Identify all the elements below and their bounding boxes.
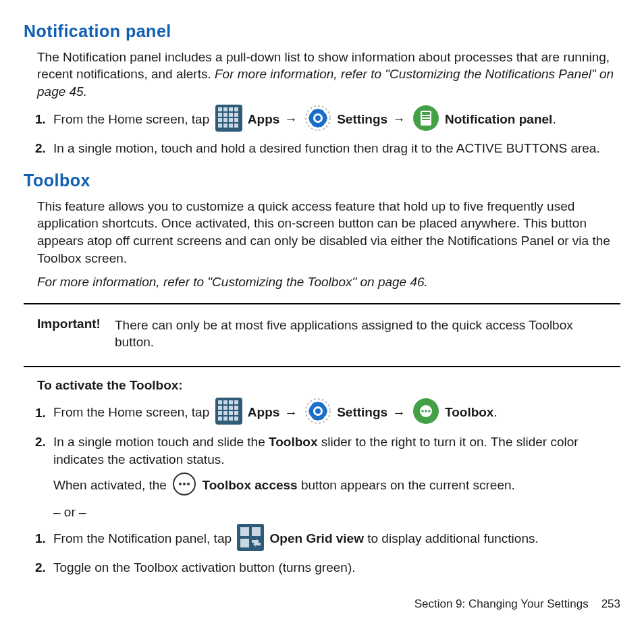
divider bbox=[24, 303, 620, 304]
settings-gear-icon bbox=[304, 398, 331, 429]
footer-section: Section 9: Changing Your Settings bbox=[414, 597, 589, 610]
svg-rect-32 bbox=[229, 406, 233, 410]
svg-rect-30 bbox=[218, 406, 222, 410]
svg-rect-15 bbox=[229, 124, 233, 128]
apps-label: Apps bbox=[248, 406, 280, 420]
toolbox-intro: This feature allows you to customize a q… bbox=[37, 198, 620, 267]
svg-rect-37 bbox=[234, 411, 238, 415]
svg-rect-41 bbox=[234, 417, 238, 421]
svg-rect-29 bbox=[234, 400, 238, 404]
arrow-icon: → bbox=[392, 112, 405, 126]
svg-rect-7 bbox=[229, 113, 233, 117]
svg-point-47 bbox=[421, 410, 424, 413]
svg-point-52 bbox=[183, 483, 186, 485]
toolbox-step-1: From the Home screen, tap Apps → bbox=[49, 398, 620, 429]
step-text: In a single motion touch and slide the bbox=[53, 435, 269, 449]
svg-rect-56 bbox=[252, 527, 261, 536]
svg-point-19 bbox=[315, 115, 321, 121]
settings-label: Settings bbox=[337, 112, 387, 126]
svg-point-53 bbox=[187, 483, 190, 485]
toolbox-intro-ref: For more information, refer to "Customiz… bbox=[37, 273, 620, 291]
step-text: From the Home screen, tap bbox=[53, 406, 213, 420]
divider bbox=[24, 366, 620, 367]
svg-rect-55 bbox=[240, 527, 249, 536]
svg-rect-10 bbox=[223, 118, 227, 122]
svg-rect-8 bbox=[234, 113, 238, 117]
toolbox-alt-step-1: From the Notification panel, tap Open Gr… bbox=[49, 524, 620, 556]
svg-rect-2 bbox=[223, 107, 227, 111]
arrow-icon: → bbox=[285, 112, 298, 126]
svg-rect-34 bbox=[218, 411, 222, 415]
toolbox-alt-step-2: Toggle on the Toolbox activation button … bbox=[49, 559, 620, 576]
svg-rect-1 bbox=[218, 107, 222, 111]
svg-rect-16 bbox=[234, 124, 238, 128]
notif-panel-label-b: panel bbox=[519, 112, 553, 126]
toolbox-step-2: In a single motion touch and slide the T… bbox=[49, 433, 620, 521]
footer-page: 253 bbox=[601, 597, 620, 610]
svg-point-44 bbox=[315, 408, 321, 414]
svg-rect-36 bbox=[229, 411, 233, 415]
svg-rect-14 bbox=[223, 124, 227, 128]
or-separator: – or – bbox=[53, 504, 620, 521]
svg-rect-13 bbox=[218, 124, 222, 128]
toolbox-label: Toolbox bbox=[445, 406, 493, 420]
activated-text: When activated, the bbox=[53, 479, 170, 493]
page-footer: Section 9: Changing Your Settings 253 bbox=[24, 597, 620, 612]
open-grid-view-icon bbox=[237, 524, 264, 556]
svg-point-51 bbox=[179, 483, 182, 485]
svg-rect-22 bbox=[422, 112, 430, 115]
notif-step-1: From the Home screen, tap Apps → bbox=[49, 105, 620, 136]
svg-rect-33 bbox=[234, 406, 238, 410]
svg-rect-3 bbox=[229, 107, 233, 111]
svg-rect-27 bbox=[223, 400, 227, 404]
svg-rect-35 bbox=[223, 411, 227, 415]
important-label: Important! bbox=[37, 317, 101, 331]
toolbox-access-label: Toolbox access bbox=[203, 479, 298, 493]
step-text-end: to display additional functions. bbox=[364, 531, 539, 545]
notification-panel-icon bbox=[412, 105, 439, 136]
toolbox-alt-steps: From the Notification panel, tap Open Gr… bbox=[49, 524, 620, 576]
notif-steps: From the Home screen, tap Apps → bbox=[49, 105, 620, 157]
apps-label: Apps bbox=[248, 112, 280, 126]
svg-rect-9 bbox=[218, 118, 222, 122]
open-grid-label: Open Grid view bbox=[270, 531, 364, 545]
activated-text-end: button appears on the current screen. bbox=[298, 479, 515, 493]
step-text: From the Notification panel, tap bbox=[53, 531, 235, 545]
notif-step-2: In a single motion, touch and hold a des… bbox=[49, 140, 620, 157]
notif-panel-label-a: Notification bbox=[445, 112, 516, 126]
toolbox-steps: From the Home screen, tap Apps → bbox=[49, 398, 620, 520]
svg-rect-57 bbox=[240, 539, 249, 547]
svg-rect-40 bbox=[229, 417, 233, 421]
svg-rect-23 bbox=[422, 116, 430, 117]
svg-point-49 bbox=[428, 410, 431, 413]
svg-rect-24 bbox=[422, 119, 430, 120]
heading-toolbox: Toolbox bbox=[24, 169, 620, 192]
svg-rect-11 bbox=[229, 118, 233, 122]
svg-rect-6 bbox=[223, 113, 227, 117]
notif-intro: The Notification panel includes a pull-d… bbox=[37, 49, 620, 101]
important-text: There can only be at most five applicati… bbox=[115, 317, 607, 351]
svg-rect-38 bbox=[218, 417, 222, 421]
svg-rect-4 bbox=[234, 107, 238, 111]
toolbox-access-icon bbox=[172, 472, 196, 501]
svg-rect-31 bbox=[223, 406, 227, 410]
svg-point-48 bbox=[425, 410, 427, 413]
arrow-icon: → bbox=[285, 406, 298, 420]
svg-rect-5 bbox=[218, 113, 222, 117]
toolbox-slider-label: Toolbox bbox=[269, 435, 317, 449]
svg-rect-26 bbox=[218, 400, 222, 404]
activate-heading: To activate the Toolbox: bbox=[37, 377, 620, 394]
heading-notification-panel: Notification panel bbox=[24, 20, 620, 43]
apps-grid-icon bbox=[215, 398, 242, 429]
settings-gear-icon bbox=[304, 105, 331, 136]
apps-grid-icon bbox=[215, 105, 242, 136]
svg-rect-12 bbox=[234, 118, 238, 122]
svg-rect-28 bbox=[229, 400, 233, 404]
step-text: From the Home screen, tap bbox=[53, 112, 213, 126]
arrow-icon: → bbox=[392, 406, 405, 420]
settings-label: Settings bbox=[337, 406, 387, 420]
toolbox-dots-icon bbox=[412, 398, 439, 429]
svg-rect-39 bbox=[223, 417, 227, 421]
important-note: Important! There can only be at most fiv… bbox=[37, 313, 607, 354]
